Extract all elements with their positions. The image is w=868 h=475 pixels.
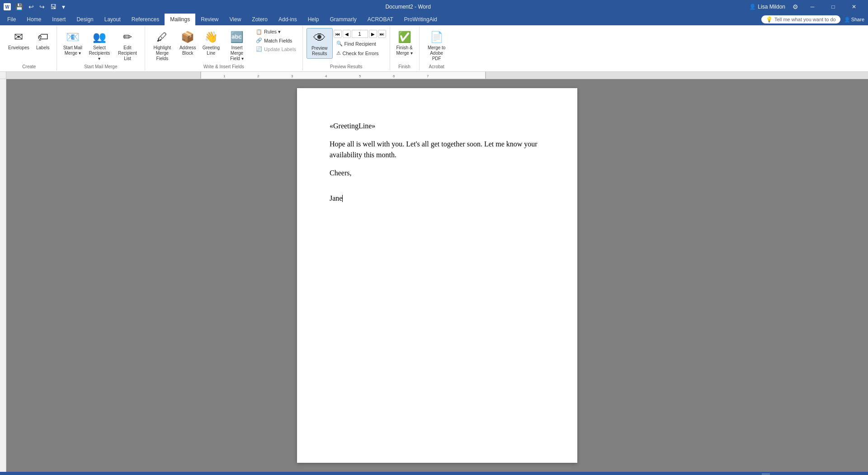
body-para: Hope all is well with you. Let's all get… (330, 139, 545, 160)
group-write-insert-content: 🖊 HighlightMerge Fields 📦 AddressBlock 👋… (149, 28, 299, 63)
edit-recipient-list-button[interactable]: ✏ EditRecipient List (114, 28, 141, 63)
share-icon: 👤 (844, 17, 850, 23)
write-insert-small-group: 📋 Rules ▾ 🔗 Match Fields 🔄 Update Labels (253, 28, 299, 53)
labels-icon: 🏷 (36, 30, 50, 44)
greeting-line: «GreetingLine» (330, 121, 545, 132)
ruler-marks: 1 2 3 4 5 6 7 (6, 72, 868, 79)
group-acrobat-content: 📄 Merge toAdobe PDF (423, 28, 450, 63)
edit-recipient-icon: ✏ (120, 30, 135, 44)
envelopes-button[interactable]: ✉ Envelopes (5, 28, 32, 52)
title-bar: W 💾 ↩ ↪ 🖫 ▾ Document2 - Word 👤 Lisa Mild… (0, 0, 868, 14)
tell-me-box[interactable]: 💡 Tell me what you want to do (761, 15, 840, 24)
share-button[interactable]: 👤 Share (844, 17, 864, 23)
tab-file[interactable]: File (2, 14, 21, 25)
greeting-field: «GreetingLine» (330, 122, 375, 130)
tab-grammarly[interactable]: Grammarly (324, 14, 362, 25)
vertical-ruler (0, 79, 6, 472)
tab-insert[interactable]: Insert (47, 14, 71, 25)
tell-me-text: Tell me what you want to do (774, 17, 836, 22)
insert-merge-field-button[interactable]: 🔤 Insert MergeField ▾ (223, 28, 250, 63)
svg-text:1: 1 (223, 74, 226, 78)
print-layout-button[interactable]: ▦ (762, 473, 770, 475)
tab-mailings[interactable]: Mailings (165, 14, 195, 25)
highlight-merge-fields-button[interactable]: 🖊 HighlightMerge Fields (149, 28, 176, 63)
group-finish-label: Finish (394, 63, 415, 71)
lightbulb-icon: 💡 (766, 16, 773, 23)
finish-merge-icon: ✅ (397, 30, 412, 44)
first-record-button[interactable]: ⏮ (334, 30, 342, 38)
tab-review[interactable]: Review (195, 14, 224, 25)
web-layout-button[interactable]: ⊞ (771, 473, 779, 475)
user-area: 👤 Lisa Mildon (749, 4, 785, 10)
title-bar-right: 👤 Lisa Mildon ⚙ ─ □ ✕ (749, 0, 864, 14)
doc-content: «GreetingLine» Hope all is well with you… (330, 121, 545, 204)
signature-text: Jane (330, 194, 342, 202)
labels-button[interactable]: 🏷 Labels (33, 28, 53, 52)
find-recipient-button[interactable]: 🔍 Find Recipient (334, 40, 386, 47)
tab-home[interactable]: Home (21, 14, 47, 25)
svg-text:2: 2 (257, 74, 259, 78)
match-fields-button[interactable]: 🔗 Match Fields (253, 37, 299, 44)
tab-layout[interactable]: Layout (99, 14, 126, 25)
start-mail-merge-button[interactable]: 📧 Start MailMerge ▾ (61, 28, 85, 58)
group-write-insert-label: Write & Insert Fields (149, 63, 299, 71)
prev-record-button[interactable]: ◀ (343, 30, 351, 38)
check-for-errors-button[interactable]: ⚠ Check for Errors (334, 49, 386, 57)
tab-design[interactable]: Design (71, 14, 99, 25)
record-number-input[interactable] (352, 30, 368, 38)
body-text: Hope all is well with you. Let's all get… (330, 140, 538, 159)
tab-references[interactable]: References (126, 14, 165, 25)
tab-acrobat[interactable]: ACROBAT (362, 14, 399, 25)
select-recipients-button[interactable]: 👥 SelectRecipients ▾ (86, 28, 113, 63)
window-controls: ─ □ ✕ (802, 0, 864, 14)
svg-text:3: 3 (291, 74, 293, 78)
tab-prowritingaid[interactable]: ProWritingAid (399, 14, 443, 25)
word-icon: W (4, 3, 11, 10)
new-file-button[interactable]: 🖫 (48, 2, 58, 11)
ribbon: File Home Insert Design Layout Reference… (0, 14, 868, 72)
svg-text:7: 7 (427, 74, 429, 78)
select-recipients-icon: 👥 (92, 30, 107, 44)
next-record-button[interactable]: ▶ (369, 30, 377, 38)
minimize-button[interactable]: ─ (802, 0, 823, 14)
status-right: ▦ ⊞ 📖 – + 100% (762, 473, 864, 475)
rules-icon: 📋 (256, 29, 262, 35)
greeting-line-button[interactable]: 👋 GreetingLine (200, 28, 222, 58)
rules-button[interactable]: 📋 Rules ▾ (253, 28, 299, 36)
user-name: Lisa Mildon (758, 4, 785, 10)
preview-results-label: PreviewResults (311, 46, 328, 56)
insert-merge-icon: 🔤 (230, 30, 244, 44)
group-write-insert: 🖊 HighlightMerge Fields 📦 AddressBlock 👋… (145, 26, 303, 71)
save-button[interactable]: 💾 (14, 2, 25, 11)
address-block-button[interactable]: 📦 AddressBlock (177, 28, 199, 58)
document-page[interactable]: «GreetingLine» Hope all is well with you… (297, 88, 577, 463)
preview-results-button[interactable]: 👁 PreviewResults (307, 28, 333, 59)
maximize-button[interactable]: □ (823, 0, 844, 14)
tab-zotero[interactable]: Zotero (246, 14, 273, 25)
read-mode-button[interactable]: 📖 (780, 473, 788, 475)
redo-button[interactable]: ↪ (38, 2, 47, 11)
merge-adobe-pdf-button[interactable]: 📄 Merge toAdobe PDF (423, 28, 450, 63)
highlight-merge-icon: 🖊 (155, 30, 170, 44)
preview-results-icon: 👁 (312, 30, 327, 45)
settings-button[interactable]: ⚙ (791, 2, 800, 11)
finish-merge-button[interactable]: ✅ Finish &Merge ▾ (394, 28, 415, 58)
closing-para: Cheers, (330, 168, 545, 179)
preview-nav-area: ⏮ ◀ ▶ ⏭ 🔍 Find Recipient ⚠ Check for Err… (334, 28, 386, 57)
group-start-mail-merge-label: Start Mail Merge (61, 63, 141, 71)
document-area[interactable]: «GreetingLine» Hope all is well with you… (6, 79, 868, 472)
closing-text: Cheers, (330, 169, 351, 177)
update-labels-button[interactable]: 🔄 Update Labels (253, 45, 299, 53)
horizontal-ruler: 1 2 3 4 5 6 7 (0, 72, 868, 79)
svg-text:5: 5 (359, 74, 361, 78)
last-record-button[interactable]: ⏭ (378, 30, 386, 38)
close-button[interactable]: ✕ (844, 0, 864, 14)
tab-help[interactable]: Help (302, 14, 325, 25)
tab-view[interactable]: View (224, 14, 247, 25)
customize-button[interactable]: ▾ (60, 2, 67, 11)
proof-status[interactable]: ☑ (64, 474, 72, 475)
group-create: ✉ Envelopes 🏷 Labels Create (2, 26, 57, 71)
status-left: Page 1 of 1 21 words ☑ (4, 474, 72, 475)
tab-add-ins[interactable]: Add-ins (273, 14, 302, 25)
undo-button[interactable]: ↩ (27, 2, 36, 11)
